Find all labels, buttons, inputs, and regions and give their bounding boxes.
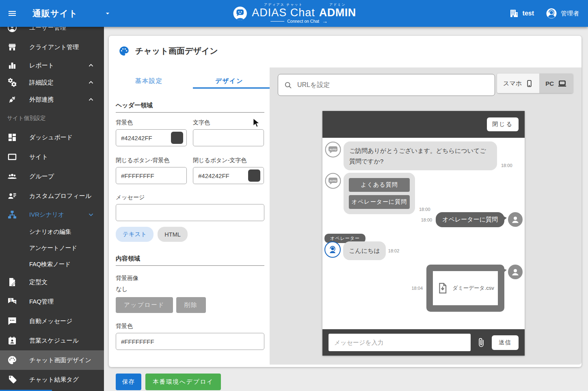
bot-message-bubble: ご訪問ありがとうございます。どちらについてご質問ですか? <box>344 141 497 170</box>
preview-panel: スマホ PC 閉じる <box>270 67 582 365</box>
sidebar-item-label: チャット画面デザイン <box>29 356 91 364</box>
design-form: ヘッダー領域 背景色 文字色 閉じるボタン-背景色 <box>116 102 264 390</box>
send-button[interactable]: 送信 <box>492 335 519 350</box>
agent-icon <box>7 27 17 33</box>
sidebar-subitem[interactable]: シナリオの編集 <box>0 224 104 240</box>
settings-icon <box>7 78 17 87</box>
logo-ruby-admin: アドミン <box>329 3 346 7</box>
upload-button[interactable]: アップロード <box>116 297 173 313</box>
delete-button[interactable]: 削除 <box>176 297 206 313</box>
sidebar-item-label: 自動メッセージ <box>29 317 72 325</box>
laptop-icon <box>558 79 567 88</box>
auto-bot-avatar: AUTO <box>325 173 341 189</box>
logo-tagline: Connect on Chat <box>270 19 328 24</box>
close-text-label: 閉じるボタン-文字色 <box>193 157 264 164</box>
message-input[interactable] <box>116 204 264 221</box>
sidebar-item-label: カスタムプロフィール <box>29 192 91 200</box>
bot-choices-message: AUTO よくある質問 オペレーターに質問 18:00 <box>325 173 430 214</box>
sidebar-item-label: グループ <box>29 173 54 180</box>
bg-image-value: なし <box>116 285 264 293</box>
sidebar-item[interactable]: カスタムプロフィール <box>0 186 104 206</box>
sidebar-subitem[interactable]: FAQ検索ノード <box>0 256 104 272</box>
active-tab-indicator <box>193 87 270 89</box>
chevron-up-icon <box>87 96 95 104</box>
user-file-message: 18:04 ダミーデータ.csv <box>411 265 523 312</box>
choice-button-operator[interactable]: オペレーターに質問 <box>349 195 410 209</box>
user-menu[interactable]: 管理者 <box>545 7 579 20</box>
choice-button-faq[interactable]: よくある質問 <box>349 178 410 192</box>
site-icon <box>7 152 17 162</box>
sidebar-item[interactable]: 営業スケジュール <box>0 331 104 350</box>
field-header-text: 文字色 <box>193 119 264 146</box>
chat-body: AUTO ご訪問ありがとうございます。どちらについてご質問ですか? 18:00 … <box>322 138 525 329</box>
logo-brand: ADIAS Chat <box>252 7 315 18</box>
menu-icon[interactable] <box>7 9 17 18</box>
message-time: 18:00 <box>419 207 430 212</box>
sidebar-item[interactable]: クライアント管理 <box>0 37 104 57</box>
paperclip-icon[interactable] <box>476 337 486 348</box>
sidebar-item-label: 外部連携 <box>29 96 54 104</box>
bg-image-label: 背景画像 <box>116 275 264 282</box>
sidebar-item[interactable]: IVRシナリオ <box>0 206 104 224</box>
site-selector-label[interactable]: 通販サイト <box>32 8 78 19</box>
sidebar-item[interactable]: ユーザー管理 <box>0 27 104 37</box>
close-bg-label: 閉じるボタン-背景色 <box>116 157 187 164</box>
page-header: チャット画面デザイン <box>119 46 218 56</box>
user-role-label: 管理者 <box>561 10 579 17</box>
sidebar-item[interactable]: QAFAQ管理 <box>0 292 104 311</box>
sidebar-item[interactable]: グループ <box>0 167 104 186</box>
deploy-button[interactable]: 本番環境へデプロイ <box>145 374 221 390</box>
user-message-bubble: オペレーターに質問 <box>436 212 504 227</box>
save-button[interactable]: 保存 <box>116 374 141 390</box>
header-bg-label: 背景色 <box>116 119 187 126</box>
sidebar-item[interactable]: レポート <box>0 57 104 74</box>
toggle-smartphone[interactable]: スマホ <box>497 74 539 93</box>
svg-text:AUTO: AUTO <box>329 148 337 151</box>
sidebar-subitem[interactable]: アンケートノード <box>0 240 104 256</box>
content-bg-input[interactable] <box>116 333 264 350</box>
sidebar-item[interactable]: 定型文 <box>0 272 104 292</box>
sidebar-item-active[interactable]: チャット画面デザイン <box>0 350 104 370</box>
logo-admin: ADMIN <box>319 7 356 18</box>
file-name: ダミーデータ.csv <box>452 285 494 292</box>
text-mode-chip[interactable]: テキスト <box>116 227 153 242</box>
profile-icon <box>7 191 17 201</box>
file-attachment-card[interactable]: ダミーデータ.csv <box>426 265 504 312</box>
faq-icon: QA <box>7 297 17 306</box>
report-icon <box>7 61 17 70</box>
sidebar-item[interactable]: ダッシュボード <box>0 128 104 147</box>
field-close-bg: 閉じるボタン-背景色 <box>116 157 187 184</box>
user-avatar <box>508 265 523 279</box>
chat-close-button[interactable]: 閉じる <box>487 117 519 131</box>
html-mode-chip[interactable]: HTML <box>158 227 187 242</box>
sidebar-item-label: FAQ管理 <box>29 298 54 306</box>
user-message: 18:00 オペレーターに質問 <box>421 212 523 227</box>
header-bg-swatch[interactable] <box>171 132 183 144</box>
search-icon <box>284 81 292 89</box>
svg-text:Q: Q <box>10 298 12 302</box>
ivr-icon <box>7 210 17 219</box>
sidebar-item[interactable]: 外部連携 <box>0 91 104 108</box>
chat-preview: 閉じる AUTO ご訪問ありがとうございます。どちらについてご質問ですか? 18… <box>322 111 525 356</box>
close-text-swatch[interactable] <box>248 169 260 182</box>
chat-message-input[interactable] <box>329 334 471 351</box>
tab-basic-settings[interactable]: 基本設定 <box>109 72 189 91</box>
chevron-up-icon <box>87 78 95 87</box>
palette-icon <box>7 355 17 365</box>
sidebar-item[interactable]: 自動メッセージ <box>0 311 104 331</box>
sidebar-item[interactable]: 詳細設定 <box>0 74 104 91</box>
chevron-down-icon[interactable] <box>104 9 112 17</box>
message-label: メッセージ <box>116 194 264 201</box>
sidebar-menu: ユーザー管理クライアント管理レポート詳細設定外部連携サイト個別設定ダッシュボード… <box>0 27 104 389</box>
close-bg-input[interactable] <box>116 167 187 184</box>
field-message: メッセージ <box>116 194 264 221</box>
message-time: 18:00 <box>501 163 512 168</box>
client-menu[interactable]: test <box>509 9 534 18</box>
url-input[interactable] <box>296 81 489 89</box>
sidebar-item[interactable]: チャット結果タグ <box>0 370 104 389</box>
header-text-input[interactable] <box>193 129 264 146</box>
toggle-pc[interactable]: PC <box>539 74 573 93</box>
app-logo: アディアス チャット ADIAS Chat アドミン ADMIN Connect… <box>232 3 356 24</box>
sidebar-item[interactable]: サイト <box>0 147 104 167</box>
doc-icon <box>7 277 17 287</box>
